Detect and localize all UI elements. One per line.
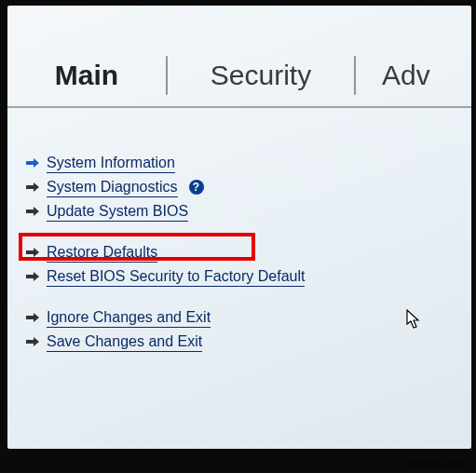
arrow-right-icon	[26, 335, 39, 348]
menu-group-defaults: Restore Defaults Reset BIOS Security to …	[26, 240, 436, 289]
menu-item-label: System Information	[47, 154, 175, 173]
menu-item-update-system-bios[interactable]: Update System BIOS	[26, 199, 436, 223]
menu-item-label: Save Changes and Exit	[47, 332, 202, 352]
tab-advanced[interactable]: Adv	[356, 45, 468, 106]
watermark-text: wsxdn.com	[409, 456, 465, 469]
menu-item-label: Update System BIOS	[47, 202, 188, 222]
bios-screen: Main Security Adv System Information Sys…	[7, 6, 471, 449]
arrow-right-icon	[26, 246, 39, 259]
menu-item-label: Ignore Changes and Exit	[47, 308, 211, 328]
arrow-right-icon	[26, 270, 39, 283]
arrow-right-icon	[26, 205, 39, 218]
arrow-right-icon	[26, 181, 39, 194]
tab-underline	[7, 106, 471, 108]
arrow-right-icon	[26, 311, 39, 324]
menu-item-restore-defaults[interactable]: Restore Defaults	[26, 240, 436, 264]
menu-item-label: Reset BIOS Security to Factory Default	[47, 267, 305, 287]
menu-item-label: System Diagnostics	[47, 178, 178, 197]
tab-bar: Main Security Adv	[7, 45, 471, 106]
menu-item-label: Restore Defaults	[47, 243, 157, 263]
menu-item-system-diagnostics[interactable]: System Diagnostics ?	[26, 175, 436, 199]
tab-security[interactable]: Security	[168, 45, 354, 106]
help-icon[interactable]: ?	[189, 180, 204, 195]
menu-item-system-information[interactable]: System Information	[26, 151, 436, 175]
mouse-cursor-icon	[406, 309, 423, 331]
arrow-right-icon	[26, 156, 39, 169]
menu-group-exit: Ignore Changes and Exit Save Changes and…	[26, 305, 436, 354]
main-menu: System Information System Diagnostics ? …	[26, 151, 436, 371]
menu-item-save-changes-exit[interactable]: Save Changes and Exit	[26, 330, 436, 354]
tab-main[interactable]: Main	[7, 45, 166, 106]
menu-group-info: System Information System Diagnostics ? …	[26, 151, 436, 223]
menu-item-reset-bios-security[interactable]: Reset BIOS Security to Factory Default	[26, 264, 436, 289]
menu-item-ignore-changes-exit[interactable]: Ignore Changes and Exit	[26, 305, 436, 330]
